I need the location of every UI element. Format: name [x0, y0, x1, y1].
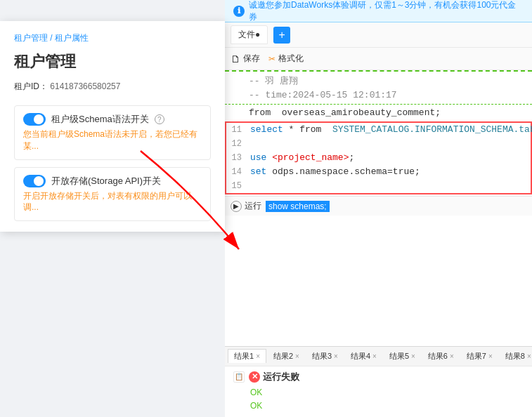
dotted-separator-mid	[225, 104, 532, 105]
result-tab-1-label: 结果1	[234, 351, 254, 362]
editor-area: 文件● + 🗋 保存 ✂ 格式化 -- 羽 唐翔 -- time:2024-05…	[225, 22, 532, 417]
storage-toggle-label: 开放存储(Storage API)开关	[51, 175, 161, 187]
schema-toggle-desc: 您当前租户级Schema语法未开启，若您已经有某...	[23, 128, 202, 152]
editor-tab-bar: 文件● +	[225, 22, 532, 48]
page-title: 租户管理	[14, 51, 211, 72]
tenant-id-row: 租户ID： 614187366580257	[14, 81, 211, 93]
storage-toggle-section: 开放存储(Storage API)开关 开启开放存储开关后，对表有权限的用户可以…	[14, 167, 211, 222]
info-icon: ℹ	[233, 6, 245, 17]
save-label: 保存	[243, 53, 260, 65]
result-tab-6[interactable]: 结果6 ×	[422, 350, 460, 363]
save-button[interactable]: 🗋 保存	[231, 53, 260, 65]
run-button[interactable]: ▶ 运行	[231, 200, 261, 212]
highlighted-code-block[interactable]: 11 select * from SYSTEM_CATALOG.INFORMAT…	[225, 121, 532, 194]
result-tab-2-close[interactable]: ×	[295, 352, 299, 360]
breadcrumb-separator: /	[50, 33, 55, 43]
code-line-15: 15	[226, 179, 531, 193]
result-tab-7-label: 结果7	[467, 351, 486, 362]
notification-bar: ℹ 诚邀您参加DataWorks体验调研，仅需1～3分钟，有机会获得100元代金…	[225, 0, 532, 22]
result-tab-3-label: 结果3	[312, 351, 332, 362]
editor-tab[interactable]: 文件●	[231, 25, 268, 44]
tenant-id-value: 614187366580257	[50, 81, 120, 91]
format-label: 格式化	[278, 53, 304, 65]
storage-toggle-desc: 开启开放存储开关后，对表有权限的用户可以调...	[23, 190, 202, 214]
result-tab-3[interactable]: 结果3 ×	[306, 350, 344, 363]
run-label: 运行	[245, 200, 261, 212]
schema-help-icon[interactable]: ?	[155, 114, 164, 124]
result-tab-2[interactable]: 结果2 ×	[268, 350, 305, 363]
status-area: 📋 ✕ 运行失败 OK OK	[225, 366, 532, 417]
code-line-11: 11 select * from SYSTEM_CATALOG.INFORMAT…	[226, 123, 531, 137]
notification-text: 诚邀您参加DataWorks体验调研，仅需1～3分钟，有机会获得100元代金券	[249, 0, 524, 23]
format-button[interactable]: ✂ 格式化	[268, 53, 304, 65]
breadcrumb-link1[interactable]: 租户管理	[14, 33, 48, 43]
code-line-12: 12	[226, 137, 531, 151]
code-line-14: 14 set odps.namespace.schema=true;	[226, 165, 531, 179]
early-code-lines: -- 羽 唐翔 -- time:2024-05-15 12:01:17	[225, 72, 532, 102]
result-tab-8-close[interactable]: ×	[527, 352, 531, 360]
fail-label: 运行失败	[263, 371, 299, 383]
schema-toggle-label: 租户级Schema语法开关	[51, 113, 149, 126]
schema-toggle-section: 租户级Schema语法开关 ? 您当前租户级Schema语法未开启，若您已经有某…	[14, 105, 211, 160]
result-tab-7-close[interactable]: ×	[488, 352, 493, 360]
result-tab-8[interactable]: 结果8 ×	[500, 350, 532, 363]
left-panel: 租户管理 / 租户属性 租户管理 租户ID： 614187366580257 租…	[0, 21, 225, 232]
run-code-highlight: show schemas;	[266, 201, 330, 212]
result-tab-3-close[interactable]: ×	[334, 352, 338, 360]
code-line-2: -- time:2024-05-15 12:01:17	[225, 88, 532, 102]
breadcrumb-link2[interactable]: 租户属性	[55, 33, 89, 43]
result-tab-4-label: 结果4	[351, 351, 370, 362]
format-icon: ✂	[268, 54, 275, 64]
result-tab-1-close[interactable]: ×	[256, 352, 260, 360]
storage-toggle-switch[interactable]	[23, 175, 46, 187]
results-tabs: 结果1 × 结果2 × 结果3 × 结果4 × 结果5 × 结果6 × 结果7 …	[225, 346, 532, 366]
action-toolbar: 🗋 保存 ✂ 格式化	[225, 48, 532, 70]
result-tab-5[interactable]: 结果5 ×	[384, 350, 421, 363]
schema-toggle-switch[interactable]	[23, 113, 46, 126]
tenant-id-label: 租户ID：	[14, 81, 48, 91]
code-line-from: from overseas_amirobeauty_comment;	[225, 106, 532, 120]
result-tab-1[interactable]: 结果1 ×	[228, 349, 266, 363]
tab-label: 文件●	[238, 29, 260, 41]
result-tab-8-label: 结果8	[505, 351, 525, 362]
save-icon: 🗋	[231, 53, 240, 65]
ok-line-1: OK	[233, 386, 524, 399]
run-bar: ▶ 运行 show schemas;	[225, 196, 532, 216]
highlighted-lines: 11 select * from SYSTEM_CATALOG.INFORMAT…	[226, 123, 531, 193]
pre-highlight-lines: from overseas_amirobeauty_comment;	[225, 106, 532, 120]
code-line-1: -- 羽 唐翔	[225, 74, 532, 88]
result-tab-6-label: 结果6	[428, 351, 448, 362]
result-tab-7[interactable]: 结果7 ×	[461, 350, 498, 363]
fail-icon: ✕	[249, 371, 260, 383]
result-tab-4[interactable]: 结果4 ×	[345, 350, 382, 363]
result-tab-5-label: 结果5	[389, 351, 409, 362]
result-tab-5-close[interactable]: ×	[411, 352, 415, 360]
editor-content[interactable]: -- 羽 唐翔 -- time:2024-05-15 12:01:17 from…	[225, 72, 532, 346]
run-icon: ▶	[231, 201, 242, 212]
code-line-13: 13 use <project_name>;	[226, 151, 531, 165]
tab-add-button[interactable]: +	[273, 27, 290, 44]
log-icon[interactable]: 📋	[233, 371, 245, 383]
breadcrumb: 租户管理 / 租户属性	[14, 32, 211, 44]
result-tab-6-close[interactable]: ×	[450, 352, 454, 360]
result-tab-2-label: 结果2	[273, 351, 293, 362]
ok-line-2: OK	[233, 399, 524, 413]
result-tab-4-close[interactable]: ×	[372, 352, 377, 360]
